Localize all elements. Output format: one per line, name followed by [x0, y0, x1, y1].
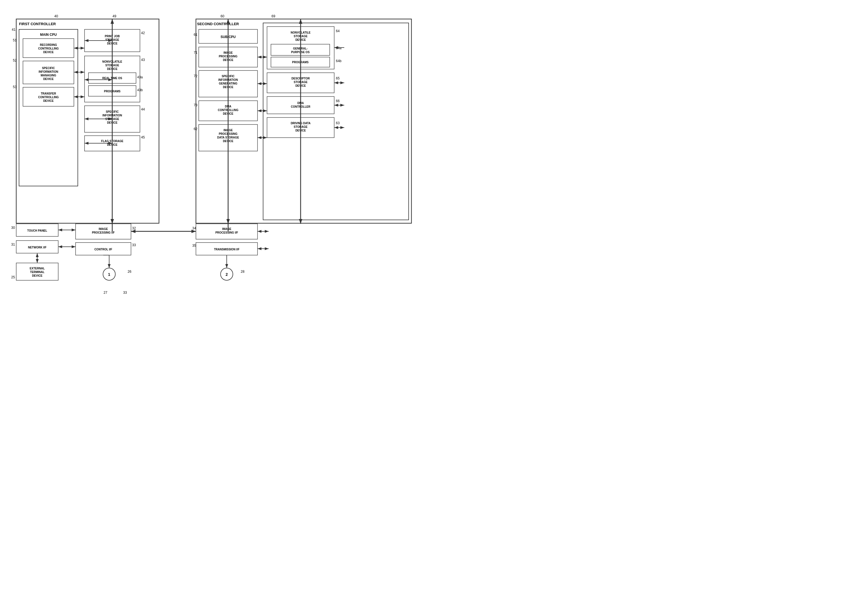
svg-marker-189	[334, 126, 338, 129]
svg-rect-26	[88, 73, 136, 83]
svg-marker-190	[340, 126, 344, 129]
svg-text:TRANSMISSION I/F: TRANSMISSION I/F	[214, 248, 239, 251]
svg-text:52: 52	[13, 59, 17, 62]
svg-text:72: 72	[194, 74, 198, 78]
svg-marker-200	[72, 245, 76, 248]
svg-text:DEVICE: DEVICE	[43, 51, 54, 54]
svg-marker-212	[257, 247, 261, 250]
svg-text:EXTERNAL: EXTERNAL	[30, 267, 45, 270]
svg-marker-139	[110, 19, 114, 24]
svg-marker-183	[334, 81, 338, 84]
svg-text:73: 73	[194, 103, 198, 107]
svg-text:33: 33	[132, 243, 136, 247]
svg-marker-155	[108, 78, 112, 81]
svg-marker-146	[74, 71, 78, 74]
svg-text:NETWORK I/F: NETWORK I/F	[28, 246, 47, 249]
svg-rect-18	[85, 29, 140, 52]
svg-rect-109	[76, 242, 131, 255]
svg-text:33: 33	[123, 291, 127, 295]
svg-text:28: 28	[241, 270, 245, 274]
svg-marker-166	[263, 56, 267, 59]
svg-text:TERMINAL: TERMINAL	[30, 271, 44, 274]
svg-rect-28	[88, 86, 136, 96]
svg-text:42: 42	[141, 31, 145, 35]
svg-text:DEVICE: DEVICE	[223, 59, 233, 62]
svg-text:CONTROLLING: CONTROLLING	[38, 96, 59, 99]
svg-marker-179	[299, 219, 302, 224]
diagram: MAIN CPU RECORDING CONTROLLING DEVICE SP…	[0, 0, 426, 308]
svg-text:IMAGE: IMAGE	[224, 129, 233, 132]
svg-rect-30	[85, 106, 140, 132]
svg-text:DEVICE: DEVICE	[43, 99, 54, 102]
svg-text:GENERATING: GENERATING	[219, 82, 237, 85]
svg-rect-57	[199, 47, 257, 67]
svg-marker-142	[81, 47, 85, 50]
svg-text:CONTROL I/F: CONTROL I/F	[94, 248, 112, 251]
svg-text:SPECIFIC: SPECIFIC	[222, 75, 234, 78]
svg-rect-116	[196, 242, 257, 255]
svg-marker-211	[265, 247, 269, 250]
svg-marker-149	[74, 95, 78, 98]
svg-rect-112	[196, 224, 257, 239]
svg-marker-207	[108, 264, 110, 268]
svg-text:INFORMATION: INFORMATION	[218, 78, 238, 81]
svg-marker-172	[263, 109, 267, 112]
svg-text:66: 66	[336, 99, 340, 103]
svg-text:2: 2	[226, 272, 228, 277]
svg-point-133	[221, 268, 233, 280]
svg-text:FIRST CONTROLLER: FIRST CONTROLLER	[19, 22, 56, 26]
svg-text:71: 71	[194, 51, 198, 54]
svg-text:DMA: DMA	[298, 102, 304, 105]
svg-text:SPECIFIC: SPECIFIC	[106, 110, 119, 113]
svg-text:PROCESSING: PROCESSING	[219, 55, 238, 58]
svg-text:64a: 64a	[336, 46, 341, 50]
svg-text:69: 69	[272, 14, 275, 18]
svg-text:40: 40	[54, 14, 58, 18]
svg-rect-22	[85, 56, 140, 102]
svg-text:53: 53	[13, 85, 17, 89]
svg-marker-163	[227, 19, 230, 24]
svg-marker-145	[81, 71, 85, 74]
svg-text:TRANSFER: TRANSFER	[41, 92, 56, 95]
svg-text:27: 27	[104, 291, 107, 295]
svg-text:DEVICE: DEVICE	[107, 68, 118, 71]
svg-text:TOUCH PANEL: TOUCH PANEL	[27, 229, 47, 232]
svg-point-130	[103, 268, 115, 280]
svg-rect-122	[16, 241, 58, 253]
svg-text:STORAGE: STORAGE	[294, 125, 308, 128]
svg-text:DEVICE: DEVICE	[295, 129, 306, 132]
svg-text:43b: 43b	[137, 88, 143, 92]
svg-text:DEVICE: DEVICE	[295, 84, 306, 87]
svg-marker-198	[58, 229, 62, 231]
svg-text:DMA: DMA	[225, 105, 231, 108]
svg-text:SECOND CONTROLLER: SECOND CONTROLLER	[197, 22, 239, 26]
svg-text:35: 35	[192, 244, 196, 248]
svg-rect-86	[271, 57, 330, 67]
svg-rect-35	[85, 136, 140, 151]
svg-text:GENERAL-: GENERAL-	[293, 47, 308, 50]
svg-text:STORAGE: STORAGE	[105, 38, 119, 41]
svg-marker-169	[263, 82, 267, 85]
svg-text:STORAGE: STORAGE	[294, 35, 308, 38]
svg-marker-164	[227, 219, 230, 224]
svg-marker-214	[265, 230, 269, 233]
svg-rect-105	[76, 224, 131, 239]
svg-text:64b: 64b	[336, 59, 341, 63]
svg-text:PROCESSING: PROCESSING	[219, 132, 238, 136]
svg-rect-0	[16, 19, 159, 223]
svg-text:CONTROLLING: CONTROLLING	[38, 47, 59, 50]
svg-marker-197	[72, 229, 76, 231]
svg-text:60: 60	[221, 14, 225, 18]
svg-marker-140	[110, 219, 114, 224]
svg-text:63: 63	[336, 121, 340, 125]
svg-marker-170	[257, 82, 261, 85]
svg-text:49: 49	[113, 14, 116, 18]
svg-text:DEVICE: DEVICE	[223, 86, 233, 89]
svg-marker-201	[58, 245, 62, 248]
svg-rect-14	[23, 87, 74, 106]
svg-text:61: 61	[194, 33, 198, 37]
svg-text:PRINT JOB: PRINT JOB	[105, 35, 119, 38]
svg-text:IMAGE: IMAGE	[99, 227, 108, 230]
svg-marker-194	[131, 230, 136, 233]
svg-rect-68	[199, 101, 257, 121]
